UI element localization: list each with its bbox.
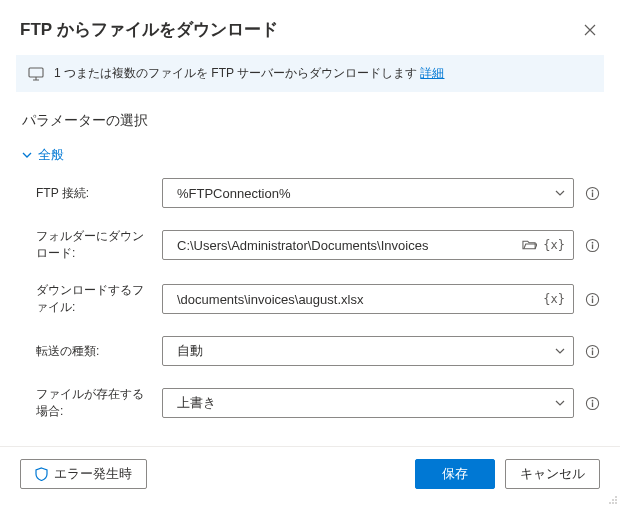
chevron-down-icon [555, 188, 565, 198]
svg-rect-15 [591, 402, 592, 407]
if-exists-select[interactable]: 上書き [162, 388, 574, 418]
chevron-down-icon [22, 150, 32, 160]
files-input[interactable]: \documents\invoices\august.xlsx {x} [162, 284, 574, 314]
svg-point-21 [615, 502, 617, 504]
info-link[interactable]: 詳細 [420, 66, 444, 80]
svg-point-14 [591, 399, 593, 401]
label-transfer-type: 転送の種類: [36, 343, 154, 360]
svg-point-11 [591, 347, 593, 349]
folder-open-icon[interactable] [522, 239, 537, 251]
resize-grip[interactable] [608, 495, 618, 505]
transfer-type-select[interactable]: 自動 [162, 336, 574, 366]
svg-rect-3 [591, 192, 592, 197]
transfer-type-value: 自動 [171, 342, 555, 360]
chevron-down-icon [555, 398, 565, 408]
group-header-general[interactable]: 全般 [0, 144, 620, 174]
chevron-down-icon [555, 346, 565, 356]
save-button[interactable]: 保存 [415, 459, 495, 489]
svg-rect-9 [591, 298, 592, 303]
info-text: 1 つまたは複数のファイルを FTP サーバーからダウンロードします 詳細 [54, 65, 444, 82]
svg-point-2 [591, 189, 593, 191]
label-files: ダウンロードするファイル: [36, 282, 154, 316]
variable-picker-icon[interactable]: {x} [543, 238, 565, 252]
close-button[interactable] [580, 20, 600, 40]
svg-rect-0 [29, 68, 43, 77]
info-icon[interactable] [584, 343, 600, 359]
ftp-connection-value: %FTPConnection% [171, 186, 555, 201]
download-folder-input[interactable]: C:\Users\Administrator\Documents\Invoice… [162, 230, 574, 260]
info-icon[interactable] [584, 395, 600, 411]
svg-point-16 [615, 496, 617, 498]
shield-icon [35, 467, 48, 481]
svg-point-8 [591, 295, 593, 297]
section-title: パラメーターの選択 [0, 92, 620, 144]
ftp-connection-select[interactable]: %FTPConnection% [162, 178, 574, 208]
cancel-button[interactable]: キャンセル [505, 459, 600, 489]
if-exists-value: 上書き [171, 394, 555, 412]
close-icon [584, 24, 596, 36]
label-if-exists: ファイルが存在する場合: [36, 386, 154, 420]
on-error-button[interactable]: エラー発生時 [20, 459, 147, 489]
info-icon[interactable] [584, 291, 600, 307]
label-download-folder: フォルダーにダウンロード: [36, 228, 154, 262]
info-bar: 1 つまたは複数のファイルを FTP サーバーからダウンロードします 詳細 [16, 55, 604, 92]
group-label: 全般 [38, 146, 64, 164]
svg-point-19 [609, 502, 611, 504]
info-icon[interactable] [584, 237, 600, 253]
svg-rect-6 [591, 244, 592, 249]
on-error-label: エラー発生時 [54, 465, 132, 483]
download-folder-value: C:\Users\Administrator\Documents\Invoice… [171, 238, 522, 253]
info-icon[interactable] [584, 185, 600, 201]
label-ftp-connection: FTP 接続: [36, 185, 154, 202]
monitor-icon [28, 67, 44, 81]
variable-picker-icon[interactable]: {x} [543, 292, 565, 306]
svg-point-17 [612, 499, 614, 501]
files-value: \documents\invoices\august.xlsx [171, 292, 543, 307]
svg-point-18 [615, 499, 617, 501]
svg-point-20 [612, 502, 614, 504]
dialog-title: FTP からファイルをダウンロード [20, 18, 278, 41]
svg-rect-12 [591, 350, 592, 355]
svg-point-5 [591, 241, 593, 243]
